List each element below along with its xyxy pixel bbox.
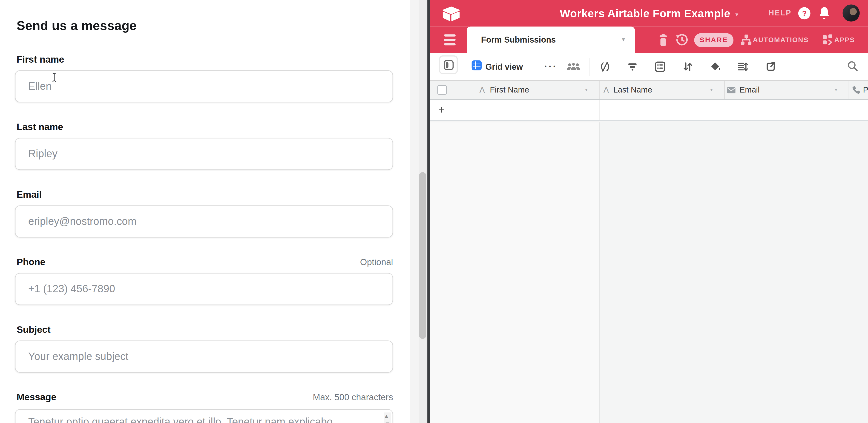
apps-icon[interactable]: [823, 34, 834, 46]
airtable-tab-bar: Form Submissions ▾ SHARE AUTOMATIONS: [430, 27, 868, 53]
filter-icon[interactable]: [627, 61, 638, 72]
subject-field: Subject Your example subject: [15, 325, 393, 336]
select-all-checkbox[interactable]: [437, 85, 447, 95]
column-caret-icon[interactable]: ▾: [585, 81, 588, 99]
window-divider: [427, 0, 430, 423]
hide-fields-icon[interactable]: [599, 61, 611, 72]
message-label: Message: [17, 392, 56, 403]
grid-header-row: A First Name ▾ A Last Name ▾ Email ▾ Pho…: [430, 80, 868, 100]
column-divider: [599, 122, 599, 423]
grid-view-icon[interactable]: [472, 60, 482, 70]
search-icon[interactable]: [847, 60, 859, 72]
view-options-ellipsis-icon[interactable]: •••: [544, 53, 557, 81]
automations-button[interactable]: AUTOMATIONS: [753, 27, 808, 53]
first-name-field: First name Ellen: [15, 54, 393, 65]
last-name-label: Last name: [17, 122, 63, 133]
optional-note: Optional: [360, 258, 393, 267]
textarea-scrollbar[interactable]: ▲: [384, 413, 391, 423]
last-name-input[interactable]: Ripley: [15, 138, 393, 170]
add-row-strip[interactable]: +: [430, 100, 868, 121]
form-title: Send us a message: [17, 18, 136, 33]
column-divider: [599, 100, 599, 120]
column-caret-icon[interactable]: ▾: [710, 81, 713, 99]
column-caret-icon[interactable]: ▾: [835, 81, 837, 99]
message-placeholder: Tenetur optio quaerat expedita vero et i…: [28, 416, 333, 423]
textarea-scroll-thumb[interactable]: [384, 422, 390, 423]
collaborators-icon[interactable]: [567, 62, 580, 72]
sidebar-toggle-icon: [443, 60, 454, 70]
airtable-panel: Workers Airtable Form Example▾ HELP ? Fo…: [430, 0, 868, 423]
scroll-up-arrow-icon[interactable]: ▲: [385, 414, 388, 419]
text-cursor-icon: [51, 72, 58, 83]
email-field-type-icon: [727, 87, 736, 94]
grid-empty-primary-column: [430, 122, 599, 423]
row-height-icon[interactable]: [737, 61, 748, 72]
trash-icon[interactable]: [657, 34, 669, 47]
view-toolbar: Grid view •••: [430, 53, 868, 81]
help-button[interactable]: HELP: [769, 0, 792, 27]
apps-button[interactable]: APPS: [834, 27, 855, 53]
email-label: Email: [17, 189, 42, 201]
column-divider[interactable]: [599, 81, 599, 99]
tab-caret-icon[interactable]: ▾: [622, 27, 625, 53]
subject-label: Subject: [17, 325, 51, 336]
phone-placeholder: +1 (123) 456-7890: [28, 283, 115, 295]
grid-empty-area: [430, 122, 868, 423]
base-title-caret-icon[interactable]: ▾: [735, 11, 738, 18]
phone-field-type-icon: [851, 86, 860, 95]
group-icon[interactable]: [655, 61, 665, 72]
notifications-bell-icon[interactable]: [818, 6, 831, 21]
color-icon[interactable]: [710, 61, 721, 72]
last-name-placeholder: Ripley: [28, 148, 58, 160]
tab-form-submissions[interactable]: Form Submissions ▾: [467, 27, 635, 53]
share-view-icon[interactable]: [766, 61, 776, 72]
first-name-placeholder: Ellen: [28, 80, 52, 92]
email-input[interactable]: eripley@nostromo.com: [15, 206, 393, 238]
contact-form-panel: Send us a message First name Ellen Last …: [0, 0, 410, 423]
column-divider[interactable]: [849, 81, 849, 99]
column-divider[interactable]: [724, 81, 724, 99]
column-header-phone[interactable]: Phone: [863, 81, 868, 99]
screenshot-stage: Send us a message First name Ellen Last …: [0, 0, 868, 423]
user-avatar[interactable]: [842, 4, 860, 22]
email-field: Email eripley@nostromo.com: [15, 189, 393, 201]
max-chars-note: Max. 500 characters: [313, 393, 393, 402]
subject-placeholder: Your example subject: [28, 351, 129, 363]
email-placeholder: eripley@nostromo.com: [28, 215, 136, 228]
subject-input[interactable]: Your example subject: [15, 341, 393, 373]
text-field-type-icon: A: [479, 81, 485, 99]
view-name[interactable]: Grid view: [486, 53, 523, 81]
airtable-topbar: Workers Airtable Form Example▾ HELP ?: [430, 0, 868, 27]
first-name-label: First name: [17, 54, 64, 65]
menu-hamburger-icon[interactable]: [444, 34, 456, 46]
sort-icon[interactable]: [683, 61, 693, 72]
base-title[interactable]: Workers Airtable Form Example: [560, 7, 731, 19]
history-icon[interactable]: [675, 33, 689, 47]
phone-input[interactable]: +1 (123) 456-7890: [15, 273, 393, 305]
phone-label: Phone: [17, 257, 45, 268]
last-name-field: Last name Ripley: [15, 122, 393, 133]
column-header-last-name[interactable]: Last Name: [613, 81, 652, 99]
page-scrollbar-thumb[interactable]: [419, 172, 426, 339]
share-button[interactable]: SHARE: [694, 33, 734, 47]
message-field: Message Max. 500 characters Tenetur opti…: [15, 392, 393, 403]
column-header-first-name[interactable]: First Name: [490, 81, 529, 99]
message-textarea[interactable]: Tenetur optio quaerat expedita vero et i…: [15, 409, 393, 423]
view-sidebar-toggle-button[interactable]: [439, 56, 458, 74]
automations-icon[interactable]: [741, 34, 752, 46]
first-name-input[interactable]: Ellen: [15, 70, 393, 103]
text-field-type-icon: A: [603, 81, 609, 99]
toolbar-divider: [589, 58, 590, 76]
tab-label: Form Submissions: [481, 27, 556, 53]
column-header-email[interactable]: Email: [740, 81, 760, 99]
phone-field: Phone Optional +1 (123) 456-7890: [15, 257, 393, 268]
add-row-plus-icon[interactable]: +: [438, 103, 445, 116]
help-question-icon[interactable]: ?: [798, 7, 810, 19]
